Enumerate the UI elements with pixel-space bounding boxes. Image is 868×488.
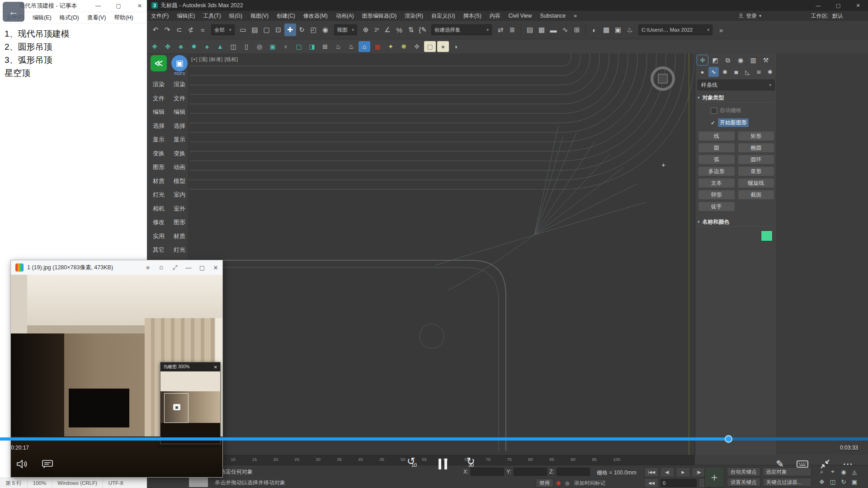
viewport-disable-toggle[interactable]: 禁用 [536, 479, 553, 488]
plugin-menu-item[interactable]: 室外 [174, 202, 185, 216]
plugin-menu-item[interactable]: 模型 [174, 174, 185, 188]
plugin-menu-item[interactable]: 材质 [153, 174, 165, 188]
spline-tool-button[interactable]: 徒手 [698, 202, 735, 211]
plugin-menu-item[interactable]: 变换 [153, 147, 165, 161]
plugin-icon[interactable]: ▣ [267, 41, 278, 52]
viewer-minimize-icon[interactable]: — [182, 261, 195, 274]
angle-snap-icon[interactable]: ∠ [382, 23, 393, 36]
spline-tool-button[interactable]: 文本 [698, 178, 735, 188]
add-time-tag[interactable]: 添加时间标记 [574, 480, 605, 487]
plugin-left-logo-icon[interactable]: ≪ [151, 55, 167, 71]
plugin-menu-item[interactable]: 渲染 [153, 78, 165, 92]
workspace-selector[interactable]: 工作区: 默认 [811, 12, 843, 20]
viewer-menu-icon[interactable]: ≡ [141, 261, 155, 274]
plugin-menu-item[interactable]: 显示 [174, 133, 185, 147]
project-path-dropdown[interactable]: C:\Users\… Max 2022▾ [638, 24, 712, 35]
current-frame-field[interactable]: 0 [660, 479, 697, 487]
shapes-icon[interactable]: ∿ [708, 67, 719, 77]
3dsmax-titlebar[interactable]: 3 无标题 - Autodesk 3ds Max 2022 — ▢ ✕ [147, 0, 868, 11]
viewport[interactable]: [+] [顶] [标准] [线框] + [188, 53, 695, 455]
object-type-rollout[interactable]: ▾对象类型 [698, 93, 775, 103]
sign-in-button[interactable]: 登录 ▾ [738, 12, 761, 20]
3dsmax-menu-item[interactable]: 内容 [486, 12, 505, 20]
plugin-icon[interactable]: ✤ [162, 41, 174, 52]
y-coordinate-field[interactable] [514, 468, 547, 476]
viewer-fullscreen-icon[interactable]: ⤢ [168, 261, 182, 274]
redo-icon[interactable]: ↷ [161, 23, 173, 36]
plugin-icon[interactable]: ❖ [149, 41, 160, 52]
3dsmax-menu-item[interactable]: 脚本(S) [459, 12, 486, 20]
rect-region-icon[interactable]: ▢ [261, 23, 273, 36]
spline-tool-button[interactable]: 椭圆 [738, 143, 774, 152]
menu-overflow-button[interactable]: » [570, 13, 581, 19]
spline-tool-button[interactable]: 多边形 [698, 167, 735, 176]
notepad-menu-item[interactable]: 编辑(E) [29, 13, 55, 23]
3dsmax-menu-item[interactable]: 编辑(E) [173, 12, 199, 20]
spline-tool-button[interactable]: 卵形 [698, 190, 735, 199]
plugin-icon[interactable]: ● [437, 41, 449, 52]
plugin-icon[interactable]: ▲ [214, 41, 226, 52]
spline-tool-button[interactable]: 截面 [738, 190, 774, 199]
use-center-icon[interactable]: ⊕ [360, 23, 372, 36]
key-filters-button[interactable]: 关键点过滤器... [763, 478, 811, 487]
3dsmax-minimize-button[interactable]: — [808, 0, 828, 11]
plugin-menu-item[interactable]: 图形 [153, 160, 165, 174]
plugin-icon[interactable]: ◗ [450, 41, 462, 52]
plugin-menu-item[interactable]: 变换 [174, 147, 185, 161]
autogrid-checkbox[interactable]: 自动栅格 [711, 107, 777, 114]
playback-button[interactable]: |◀◀ [644, 467, 659, 477]
plugin-icon[interactable]: ⌂ [359, 41, 370, 52]
plugin-menu-item[interactable]: 图形 [174, 216, 185, 230]
pan-icon[interactable]: ✥ [817, 477, 827, 486]
plugin-menu-item[interactable]: 编辑 [153, 105, 165, 119]
scale-icon[interactable]: ◰ [308, 23, 320, 36]
schematic-view-icon[interactable]: ⊞ [571, 23, 583, 36]
selection-filter-dropdown[interactable]: 全部▾ [211, 24, 235, 35]
notepad-maximize-button[interactable]: ▢ [111, 1, 126, 11]
plugin-menu-item[interactable]: 文件 [174, 92, 185, 106]
window-crossing-icon[interactable]: ⊡ [273, 23, 284, 36]
snap-3d-icon[interactable]: 2³ [372, 23, 382, 36]
auto-key-button[interactable]: 自动关键点 [727, 467, 760, 476]
notepad-menu-item[interactable]: 格式(O) [57, 13, 82, 23]
3dsmax-menu-item[interactable]: 修改器(M) [299, 12, 332, 20]
utilities-tab-icon[interactable]: ⚒ [760, 55, 771, 65]
viewport-label[interactable]: [+] [顶] [标准] [线框] [191, 56, 238, 63]
spline-tool-button[interactable]: 螺旋线 [738, 178, 774, 188]
3dsmax-menu-item[interactable]: 自定义(U) [427, 12, 459, 20]
percent-snap-icon[interactable]: % [393, 23, 405, 36]
plugin-icon[interactable]: ❋ [398, 41, 410, 52]
pause-button[interactable] [434, 455, 451, 473]
progress-thumb[interactable] [725, 435, 732, 443]
select-by-name-icon[interactable]: ▤ [249, 23, 261, 36]
plugin-menu-item[interactable]: 实用 [153, 230, 165, 244]
3dsmax-menu-item[interactable]: 文件(F) [147, 12, 173, 20]
spacewarps-icon[interactable]: ≋ [754, 67, 764, 77]
3dsmax-menu-item[interactable]: 创建(C) [273, 12, 299, 20]
3dsmax-menu-item[interactable]: 动画(A) [332, 12, 358, 20]
helpers-icon[interactable]: ◺ [742, 67, 753, 77]
plugin-menu-item[interactable]: 动画 [174, 160, 185, 174]
named-selection-icon[interactable]: {✎ [417, 23, 429, 36]
3dsmax-menu-item[interactable]: 组(G) [225, 12, 246, 20]
plugin-menu-item[interactable]: 室内 [174, 188, 185, 202]
named-selection-set-dropdown[interactable]: 创建选择集▾ [431, 24, 492, 35]
birdseye-thumbnail[interactable]: ▣ [160, 371, 220, 444]
render-setup-icon[interactable]: ▩ [600, 23, 612, 36]
set-key-button[interactable]: ＋ [704, 467, 724, 488]
plugin-icon[interactable]: ▢ [293, 41, 305, 52]
rendered-frame-icon[interactable]: ▣ [612, 23, 624, 36]
unlink-icon[interactable]: ⊄ [185, 23, 197, 36]
modify-tab-icon[interactable]: ◩ [710, 55, 721, 65]
plugin-menu-item[interactable]: 灯光 [174, 243, 185, 257]
volume-button[interactable] [14, 455, 31, 473]
reference-coordinate-dropdown[interactable]: 视图▾ [334, 24, 358, 35]
video-progress-bar[interactable] [0, 437, 868, 441]
set-key-mode-button[interactable]: 设置关键点 [727, 478, 760, 487]
undo-icon[interactable]: ↶ [150, 23, 161, 36]
plugin-icon[interactable]: ◫ [227, 41, 239, 52]
birdseye-overlay[interactable]: 鸟瞰图 300% ✕ ▣ [160, 362, 221, 444]
viewer-maximize-icon[interactable]: ▢ [195, 261, 209, 274]
plugin-menu-item[interactable]: 编辑 [174, 105, 185, 119]
toolbar-overflow-button[interactable]: » [715, 23, 727, 36]
